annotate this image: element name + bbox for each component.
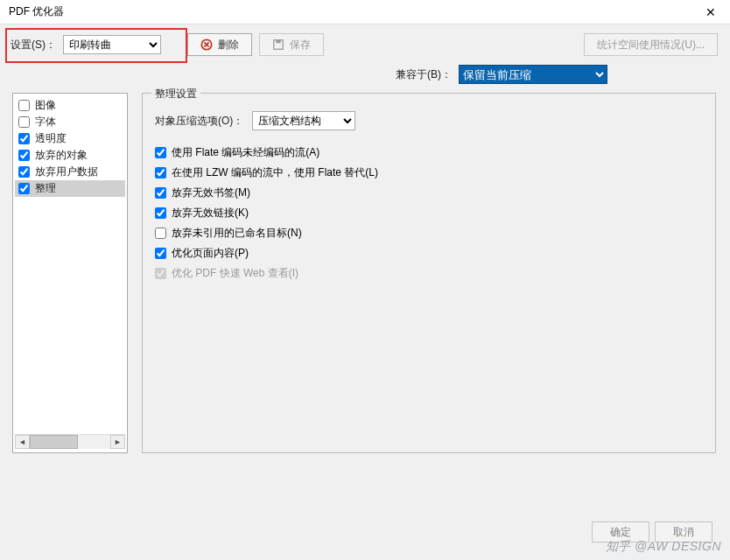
tree-item[interactable]: 放弃的对象 — [15, 147, 125, 164]
scroll-thumb[interactable] — [30, 435, 78, 449]
compat-label: 兼容于(B)： — [396, 67, 452, 82]
tree-item-label: 字体 — [35, 115, 56, 130]
stats-button-label: 统计空间使用情况(U)... — [597, 38, 705, 52]
scroll-track[interactable] — [30, 435, 110, 449]
tree-checkbox[interactable] — [18, 100, 30, 111]
option-checkbox — [155, 268, 166, 279]
tree-hscrollbar[interactable]: ◄ ► — [15, 434, 125, 449]
close-button[interactable]: ✕ — [691, 0, 730, 24]
ok-button[interactable]: 确定 — [592, 522, 649, 542]
option-checkbox[interactable] — [155, 207, 166, 219]
cancel-button[interactable]: 取消 — [655, 522, 712, 542]
tree-checkbox[interactable] — [18, 133, 30, 144]
tree-item-label: 放弃的对象 — [35, 148, 88, 163]
option-label: 在使用 LZW 编码的流中，使用 Flate 替代(L) — [172, 165, 378, 180]
tree-item-label: 图像 — [35, 98, 56, 113]
toolbar: 设置(S)： 印刷转曲 删除 保存 统计空间使用情况(U)... — [0, 24, 730, 61]
option-label: 优化页面内容(P) — [172, 246, 249, 261]
tree-item-label: 透明度 — [35, 131, 67, 146]
option-checkbox[interactable] — [155, 228, 166, 239]
settings-panel: 整理设置 对象压缩选项(O)： 压缩文档结构 使用 Flate 编码未经编码的流… — [142, 93, 716, 453]
tree-item-label: 整理 — [35, 181, 56, 196]
save-icon — [272, 38, 284, 51]
option-label: 优化 PDF 快速 Web 查看(I) — [172, 266, 298, 281]
option-checkbox[interactable] — [155, 187, 166, 199]
close-icon: ✕ — [705, 5, 716, 19]
category-tree[interactable]: 图像字体透明度放弃的对象放弃用户数据整理 ◄ ► — [12, 93, 128, 453]
option-row[interactable]: 放弃未引用的已命名目标(N) — [155, 223, 703, 243]
window-title: PDF 优化器 — [9, 4, 64, 19]
scroll-right-icon[interactable]: ► — [110, 435, 125, 449]
option-row[interactable]: 放弃无效书签(M) — [155, 183, 703, 203]
tree-item-label: 放弃用户数据 — [35, 164, 98, 179]
option-row[interactable]: 在使用 LZW 编码的流中，使用 Flate 替代(L) — [155, 163, 703, 183]
settings-select[interactable]: 印刷转曲 — [63, 35, 161, 54]
option-row[interactable]: 使用 Flate 编码未经编码的流(A) — [155, 143, 703, 163]
delete-icon — [200, 38, 213, 51]
tree-item[interactable]: 图像 — [15, 97, 125, 114]
compress-label: 对象压缩选项(O)： — [155, 114, 243, 129]
tree-checkbox[interactable] — [18, 116, 30, 128]
compat-select[interactable]: 保留当前压缩 — [459, 65, 607, 84]
option-row[interactable]: 放弃无效链接(K) — [155, 203, 703, 223]
compat-row: 兼容于(B)： 保留当前压缩 — [0, 61, 730, 93]
panel-title: 整理设置 — [151, 87, 200, 102]
save-button-label: 保存 — [290, 38, 311, 52]
option-checkbox[interactable] — [155, 248, 166, 259]
tree-checkbox[interactable] — [18, 166, 30, 178]
option-checkbox[interactable] — [155, 167, 166, 178]
svg-rect-4 — [276, 40, 280, 44]
tree-item[interactable]: 字体 — [15, 114, 125, 130]
settings-label: 设置(S)： — [11, 38, 56, 52]
tree-item[interactable]: 放弃用户数据 — [15, 164, 125, 180]
scroll-left-icon[interactable]: ◄ — [15, 435, 30, 449]
main-area: 图像字体透明度放弃的对象放弃用户数据整理 ◄ ► 整理设置 对象压缩选项(O)：… — [0, 93, 730, 460]
stats-button[interactable]: 统计空间使用情况(U)... — [584, 33, 718, 56]
tree-checkbox[interactable] — [18, 183, 30, 194]
option-label: 放弃无效书签(M) — [172, 186, 250, 200]
title-bar: PDF 优化器 ✕ — [0, 0, 730, 24]
option-checkbox[interactable] — [155, 147, 166, 158]
option-label: 放弃未引用的已命名目标(N) — [172, 226, 302, 241]
save-button: 保存 — [259, 33, 324, 56]
option-row[interactable]: 优化页面内容(P) — [155, 243, 703, 263]
tree-item[interactable]: 整理 — [15, 180, 125, 197]
option-label: 使用 Flate 编码未经编码的流(A) — [172, 145, 319, 160]
tree-item[interactable]: 透明度 — [15, 130, 125, 147]
tree-checkbox[interactable] — [18, 150, 30, 161]
compress-select[interactable]: 压缩文档结构 — [252, 111, 355, 130]
option-row: 优化 PDF 快速 Web 查看(I) — [155, 263, 703, 284]
delete-button[interactable]: 删除 — [187, 33, 252, 56]
option-label: 放弃无效链接(K) — [172, 206, 249, 220]
delete-button-label: 删除 — [218, 38, 239, 52]
footer-buttons: 确定 取消 — [592, 522, 712, 542]
